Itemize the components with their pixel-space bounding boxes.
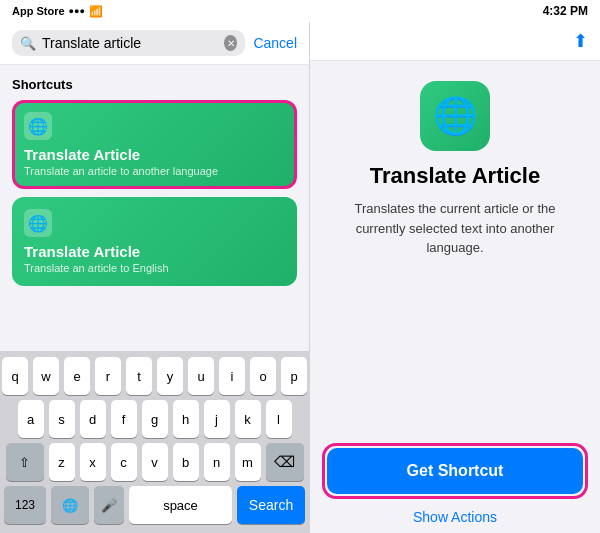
key-w[interactable]: w [33, 357, 59, 395]
get-shortcut-area: Get Shortcut Show Actions [310, 435, 600, 533]
key-o[interactable]: o [250, 357, 276, 395]
key-mic[interactable]: 🎤 [94, 486, 124, 524]
share-button[interactable]: ⬆ [573, 30, 588, 52]
clear-search-button[interactable]: ✕ [224, 35, 237, 51]
key-i[interactable]: i [219, 357, 245, 395]
shortcut-card-title-1: Translate Article [24, 243, 285, 260]
key-search[interactable]: Search [237, 486, 305, 524]
key-z[interactable]: z [49, 443, 75, 481]
key-b[interactable]: b [173, 443, 199, 481]
left-panel: 🔍 ✕ Cancel Shortcuts 🌐 Translate Article… [0, 22, 310, 533]
main-container: 🔍 ✕ Cancel Shortcuts 🌐 Translate Article… [0, 22, 600, 533]
status-time-left: 4:32 PM [543, 4, 588, 18]
key-s[interactable]: s [49, 400, 75, 438]
key-t[interactable]: t [126, 357, 152, 395]
key-p[interactable]: p [281, 357, 307, 395]
get-shortcut-button[interactable]: Get Shortcut [327, 448, 583, 494]
keyboard-row-1: q w e r t y u i o p [4, 357, 305, 395]
key-f[interactable]: f [111, 400, 137, 438]
shortcut-card-0[interactable]: 🌐 Translate Article Translate an article… [12, 100, 297, 189]
key-shift[interactable]: ⇧ [6, 443, 44, 481]
key-l[interactable]: l [266, 400, 292, 438]
key-k[interactable]: k [235, 400, 261, 438]
right-content: 🌐 Translate Article Translates the curre… [310, 61, 600, 435]
app-title-large: Translate Article [370, 163, 540, 189]
signal-icon: ●●● [69, 6, 85, 16]
keyboard: q w e r t y u i o p a s d f g h j k l [0, 351, 309, 533]
search-icon: 🔍 [20, 36, 36, 51]
key-d[interactable]: d [80, 400, 106, 438]
keyboard-row-3: ⇧ z x c v b n m ⌫ [4, 443, 305, 481]
key-g[interactable]: g [142, 400, 168, 438]
key-r[interactable]: r [95, 357, 121, 395]
app-icon-large: 🌐 [420, 81, 490, 151]
search-input[interactable] [42, 35, 218, 51]
cancel-button[interactable]: Cancel [253, 35, 297, 51]
key-h[interactable]: h [173, 400, 199, 438]
show-actions-link[interactable]: Show Actions [322, 509, 588, 525]
key-space[interactable]: space [129, 486, 232, 524]
key-backspace[interactable]: ⌫ [266, 443, 304, 481]
shortcut-card-subtitle-0: Translate an article to another language [24, 165, 285, 177]
get-shortcut-btn-wrapper: Get Shortcut [322, 443, 588, 499]
key-numbers[interactable]: 123 [4, 486, 46, 524]
shortcut-card-subtitle-1: Translate an article to English [24, 262, 285, 274]
key-m[interactable]: m [235, 443, 261, 481]
shortcut-card-icon-1: 🌐 [24, 209, 52, 237]
section-title: Shortcuts [12, 77, 297, 92]
search-bar-area: 🔍 ✕ Cancel [0, 22, 309, 65]
key-e[interactable]: e [64, 357, 90, 395]
key-y[interactable]: y [157, 357, 183, 395]
key-x[interactable]: x [80, 443, 106, 481]
key-j[interactable]: j [204, 400, 230, 438]
right-panel: ⬆ 🌐 Translate Article Translates the cur… [310, 22, 600, 533]
app-description: Translates the current article or the cu… [330, 199, 580, 258]
shortcut-card-1[interactable]: 🌐 Translate Article Translate an article… [12, 197, 297, 286]
key-v[interactable]: v [142, 443, 168, 481]
shortcuts-section: Shortcuts 🌐 Translate Article Translate … [0, 65, 309, 302]
keyboard-row-2: a s d f g h j k l [4, 400, 305, 438]
wifi-icon: 📶 [89, 5, 103, 18]
shortcut-card-icon-0: 🌐 [24, 112, 52, 140]
key-emoji[interactable]: 🌐 [51, 486, 89, 524]
key-a[interactable]: a [18, 400, 44, 438]
right-header: ⬆ [310, 22, 600, 61]
keyboard-bottom-row: 123 🌐 🎤 space Search [4, 486, 305, 524]
status-left: App Store ●●● 📶 [12, 5, 103, 18]
status-bar: App Store ●●● 📶 4:32 PM [0, 0, 600, 22]
key-u[interactable]: u [188, 357, 214, 395]
carrier-left: App Store [12, 5, 65, 17]
key-c[interactable]: c [111, 443, 137, 481]
shortcut-card-title-0: Translate Article [24, 146, 285, 163]
search-input-wrapper: 🔍 ✕ [12, 30, 245, 56]
key-n[interactable]: n [204, 443, 230, 481]
key-q[interactable]: q [2, 357, 28, 395]
